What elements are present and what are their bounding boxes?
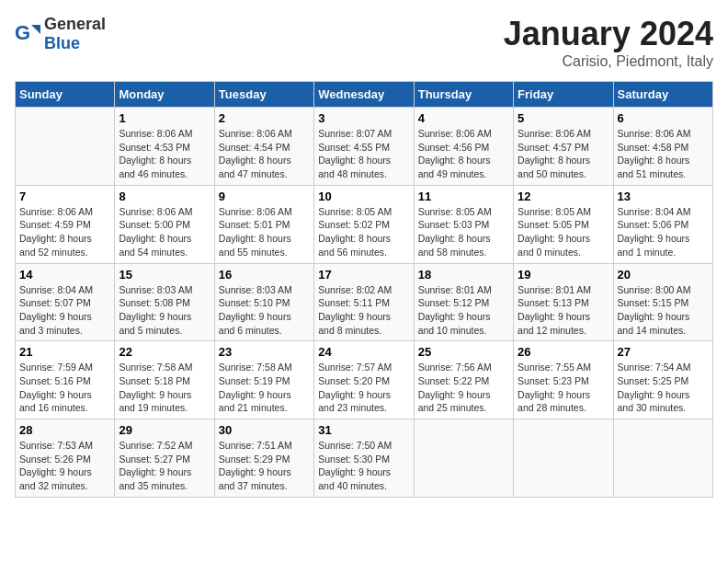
calendar-cell: 16Sunrise: 8:03 AM Sunset: 5:10 PM Dayli…	[214, 263, 313, 341]
calendar-table: SundayMondayTuesdayWednesdayThursdayFrid…	[15, 81, 713, 498]
logo-blue: Blue	[44, 34, 80, 52]
day-info: Sunrise: 8:04 AM Sunset: 5:06 PM Dayligh…	[618, 205, 709, 259]
calendar-cell: 19Sunrise: 8:01 AM Sunset: 5:13 PM Dayli…	[514, 263, 613, 341]
day-info: Sunrise: 8:01 AM Sunset: 5:12 PM Dayligh…	[418, 283, 509, 338]
calendar-cell: 8Sunrise: 8:06 AM Sunset: 5:00 PM Daylig…	[115, 185, 214, 263]
day-info: Sunrise: 8:00 AM Sunset: 5:15 PM Dayligh…	[618, 283, 709, 338]
calendar-cell: 15Sunrise: 8:03 AM Sunset: 5:08 PM Dayli…	[115, 263, 214, 341]
day-info: Sunrise: 7:51 AM Sunset: 5:29 PM Dayligh…	[219, 439, 310, 493]
day-info: Sunrise: 7:57 AM Sunset: 5:20 PM Dayligh…	[318, 361, 409, 415]
day-info: Sunrise: 7:55 AM Sunset: 5:23 PM Dayligh…	[518, 361, 609, 415]
calendar-cell: 10Sunrise: 8:05 AM Sunset: 5:02 PM Dayli…	[314, 185, 414, 263]
calendar-cell: 26Sunrise: 7:55 AM Sunset: 5:23 PM Dayli…	[514, 341, 613, 419]
day-number: 12	[518, 190, 609, 203]
day-number: 8	[119, 190, 210, 203]
day-info: Sunrise: 8:05 AM Sunset: 5:05 PM Dayligh…	[518, 205, 609, 259]
day-number: 21	[19, 345, 110, 359]
calendar-cell: 28Sunrise: 7:53 AM Sunset: 5:26 PM Dayli…	[16, 419, 115, 498]
day-info: Sunrise: 7:58 AM Sunset: 5:18 PM Dayligh…	[119, 361, 210, 415]
day-number: 28	[19, 423, 110, 437]
day-number: 26	[518, 345, 609, 359]
calendar-cell: 25Sunrise: 7:56 AM Sunset: 5:22 PM Dayli…	[414, 341, 513, 419]
day-of-week-header: Sunday	[16, 82, 115, 108]
day-number: 17	[318, 268, 409, 282]
day-number: 6	[618, 111, 709, 125]
day-of-week-header: Thursday	[414, 82, 513, 108]
day-of-week-header: Saturday	[613, 82, 712, 108]
calendar-cell: 22Sunrise: 7:58 AM Sunset: 5:18 PM Dayli…	[115, 341, 214, 419]
calendar-cell	[514, 419, 613, 498]
calendar-cell: 12Sunrise: 8:05 AM Sunset: 5:05 PM Dayli…	[514, 185, 613, 263]
day-info: Sunrise: 7:59 AM Sunset: 5:16 PM Dayligh…	[19, 361, 110, 415]
day-number: 25	[418, 345, 509, 359]
calendar-cell: 17Sunrise: 8:02 AM Sunset: 5:11 PM Dayli…	[314, 263, 414, 341]
day-number: 16	[219, 268, 310, 282]
svg-marker-1	[31, 25, 40, 34]
day-number: 20	[618, 268, 709, 282]
calendar-cell: 6Sunrise: 8:06 AM Sunset: 4:58 PM Daylig…	[613, 108, 712, 186]
day-number: 29	[119, 423, 210, 437]
day-number: 19	[518, 268, 609, 282]
calendar-cell	[414, 419, 513, 498]
day-number: 7	[19, 190, 110, 203]
day-number: 18	[418, 268, 509, 282]
calendar-cell: 1Sunrise: 8:06 AM Sunset: 4:53 PM Daylig…	[115, 108, 214, 186]
day-number: 31	[318, 423, 409, 437]
logo-general: General	[44, 15, 106, 33]
day-number: 3	[318, 111, 409, 125]
day-number: 11	[418, 190, 509, 203]
day-info: Sunrise: 7:58 AM Sunset: 5:19 PM Dayligh…	[219, 361, 310, 415]
calendar-cell: 29Sunrise: 7:52 AM Sunset: 5:27 PM Dayli…	[115, 419, 214, 498]
day-number: 30	[219, 423, 310, 437]
day-number: 1	[119, 111, 210, 125]
header-row: SundayMondayTuesdayWednesdayThursdayFrid…	[16, 82, 713, 108]
calendar-cell: 27Sunrise: 7:54 AM Sunset: 5:25 PM Dayli…	[613, 341, 712, 419]
calendar-week-row: 7Sunrise: 8:06 AM Sunset: 4:59 PM Daylig…	[16, 185, 713, 263]
day-info: Sunrise: 8:01 AM Sunset: 5:13 PM Dayligh…	[518, 283, 609, 338]
day-info: Sunrise: 8:06 AM Sunset: 4:57 PM Dayligh…	[518, 127, 609, 181]
day-info: Sunrise: 7:54 AM Sunset: 5:25 PM Dayligh…	[618, 361, 709, 415]
day-info: Sunrise: 8:06 AM Sunset: 5:01 PM Dayligh…	[219, 205, 310, 259]
day-number: 9	[219, 190, 310, 203]
day-number: 14	[19, 268, 110, 282]
day-number: 24	[318, 345, 409, 359]
calendar-week-row: 14Sunrise: 8:04 AM Sunset: 5:07 PM Dayli…	[16, 263, 713, 341]
day-info: Sunrise: 7:50 AM Sunset: 5:30 PM Dayligh…	[318, 439, 409, 493]
day-info: Sunrise: 7:53 AM Sunset: 5:26 PM Dayligh…	[19, 439, 110, 493]
calendar-cell: 30Sunrise: 7:51 AM Sunset: 5:29 PM Dayli…	[214, 419, 313, 498]
day-info: Sunrise: 8:02 AM Sunset: 5:11 PM Dayligh…	[318, 283, 409, 338]
day-info: Sunrise: 8:03 AM Sunset: 5:08 PM Dayligh…	[119, 283, 210, 338]
page-header: G General Blue January 2024 Carisio, Pie…	[15, 15, 713, 70]
calendar-week-row: 1Sunrise: 8:06 AM Sunset: 4:53 PM Daylig…	[16, 108, 713, 186]
day-info: Sunrise: 8:07 AM Sunset: 4:55 PM Dayligh…	[318, 127, 409, 181]
calendar-cell: 3Sunrise: 8:07 AM Sunset: 4:55 PM Daylig…	[314, 108, 414, 186]
calendar-cell: 18Sunrise: 8:01 AM Sunset: 5:12 PM Dayli…	[414, 263, 513, 341]
calendar-cell: 24Sunrise: 7:57 AM Sunset: 5:20 PM Dayli…	[314, 341, 414, 419]
calendar-cell: 13Sunrise: 8:04 AM Sunset: 5:06 PM Dayli…	[613, 185, 712, 263]
day-number: 4	[418, 111, 509, 125]
day-of-week-header: Wednesday	[314, 82, 414, 108]
day-info: Sunrise: 8:05 AM Sunset: 5:02 PM Dayligh…	[318, 205, 409, 259]
calendar-cell: 21Sunrise: 7:59 AM Sunset: 5:16 PM Dayli…	[16, 341, 115, 419]
calendar-cell: 31Sunrise: 7:50 AM Sunset: 5:30 PM Dayli…	[314, 419, 414, 498]
svg-text:G: G	[15, 21, 30, 44]
calendar-cell: 20Sunrise: 8:00 AM Sunset: 5:15 PM Dayli…	[613, 263, 712, 341]
day-info: Sunrise: 8:06 AM Sunset: 5:00 PM Dayligh…	[119, 205, 210, 259]
month-title: January 2024	[504, 15, 713, 53]
calendar-cell: 2Sunrise: 8:06 AM Sunset: 4:54 PM Daylig…	[214, 108, 313, 186]
calendar-week-row: 28Sunrise: 7:53 AM Sunset: 5:26 PM Dayli…	[16, 419, 713, 498]
day-number: 22	[119, 345, 210, 359]
calendar-cell: 9Sunrise: 8:06 AM Sunset: 5:01 PM Daylig…	[214, 185, 313, 263]
day-info: Sunrise: 7:56 AM Sunset: 5:22 PM Dayligh…	[418, 361, 509, 415]
calendar-cell: 7Sunrise: 8:06 AM Sunset: 4:59 PM Daylig…	[16, 185, 115, 263]
day-info: Sunrise: 8:06 AM Sunset: 4:59 PM Dayligh…	[19, 205, 110, 259]
day-number: 15	[119, 268, 210, 282]
calendar-cell: 14Sunrise: 8:04 AM Sunset: 5:07 PM Dayli…	[16, 263, 115, 341]
location-title: Carisio, Piedmont, Italy	[504, 53, 713, 70]
calendar-cell: 23Sunrise: 7:58 AM Sunset: 5:19 PM Dayli…	[214, 341, 313, 419]
calendar-body: 1Sunrise: 8:06 AM Sunset: 4:53 PM Daylig…	[16, 108, 713, 498]
calendar-cell	[613, 419, 712, 498]
day-number: 23	[219, 345, 310, 359]
day-of-week-header: Monday	[115, 82, 214, 108]
day-info: Sunrise: 8:06 AM Sunset: 4:54 PM Dayligh…	[219, 127, 310, 181]
